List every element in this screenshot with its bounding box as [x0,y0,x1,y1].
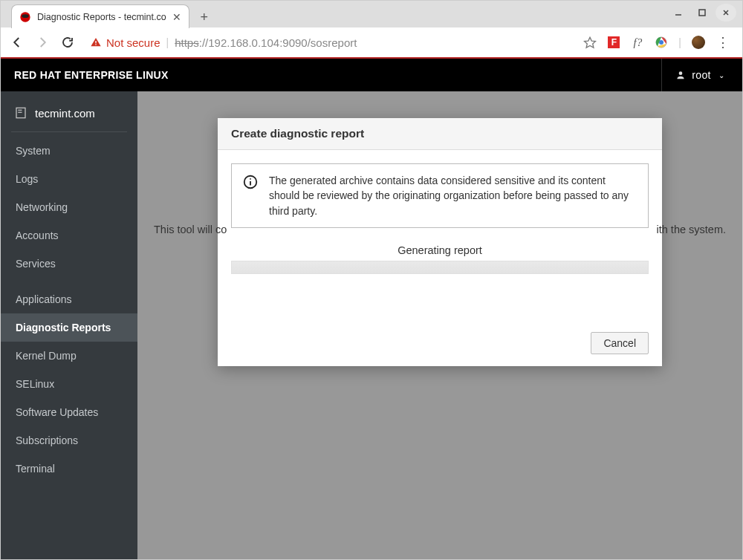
sidebar-item-accounts[interactable]: Accounts [1,221,137,250]
user-menu[interactable]: root ⌄ [661,59,729,91]
sidebar-item-selinux[interactable]: SELinux [1,370,137,398]
progress-bar [231,261,649,274]
server-icon [14,106,27,120]
browser-menu-button[interactable]: ⋮ [716,36,729,49]
extension-flipboard-icon[interactable]: F [607,36,620,49]
not-secure-label: Not secure [106,36,160,49]
window-close-button[interactable] [716,4,736,22]
svg-rect-12 [16,108,25,118]
info-icon [242,174,259,190]
host-label[interactable]: tecmint.com [11,102,127,132]
sidebar-item-diagnostic-reports[interactable]: Diagnostic Reports [1,313,137,342]
sidebar-item-system[interactable]: System [1,137,137,165]
window-controls [668,4,736,22]
browser-chrome: Diagnostic Reports - tecmint.co ✕ + Not … [1,1,742,59]
sidebar-item-terminal[interactable]: Terminal [1,455,137,483]
svg-point-11 [679,71,683,75]
favicon-redhat-icon [19,11,31,23]
extension-colorball-icon[interactable] [655,36,668,49]
main-content: This tool will co ith the system. Create… [137,91,742,559]
sidebar-item-kernel-dump[interactable]: Kernel Dump [1,342,137,370]
reload-button[interactable] [59,33,77,51]
sidebar-item-logs[interactable]: Logs [1,165,137,193]
not-secure-warning[interactable]: Not secure [90,36,160,49]
svg-rect-6 [95,41,96,43]
profile-avatar-icon[interactable] [692,36,705,49]
chevron-down-icon: ⌄ [718,71,724,79]
tab-strip: Diagnostic Reports - tecmint.co ✕ + [1,1,742,27]
svg-point-17 [250,178,251,180]
url-text: https://192.168.0.104:9090/sosreport [175,36,357,49]
user-name: root [692,69,710,81]
host-name: tecmint.com [35,107,95,120]
user-icon [675,70,686,80]
dialog-title: Create diagnostic report [218,118,662,150]
dialog-body: The generated archive contains data cons… [218,150,662,287]
sidebar-item-applications[interactable]: Applications [1,285,137,313]
cancel-button[interactable]: Cancel [591,332,649,354]
browser-toolbar: Not secure | https://192.168.0.104:9090/… [1,27,742,59]
extension-fquestion-icon[interactable]: f? [631,36,644,49]
create-diagnostic-report-dialog: Create diagnostic report The generated a… [218,118,662,366]
bookmark-star-icon[interactable] [583,36,597,49]
info-text: The generated archive contains data cons… [269,173,637,218]
modal-overlay: This tool will co ith the system. Create… [137,91,742,559]
generating-status-label: Generating report [231,244,649,256]
window-maximize-button[interactable] [692,4,713,22]
new-tab-button[interactable]: + [194,7,215,27]
back-button[interactable] [8,33,26,51]
info-alert: The generated archive contains data cons… [231,163,649,228]
svg-rect-3 [699,10,705,16]
tool-description-fragment-left: This tool will co [154,224,227,235]
forward-button[interactable] [33,33,51,51]
brand-title: RED HAT ENTERPRISE LINUX [14,69,169,81]
sidebar-item-subscriptions[interactable]: Subscriptions [1,426,137,455]
window-minimize-button[interactable] [668,4,689,22]
svg-point-1 [22,14,28,18]
app-body: tecmint.com System Logs Networking Accou… [1,91,742,559]
address-bar[interactable]: Not secure | https://192.168.0.104:9090/… [84,36,735,49]
sidebar-item-networking[interactable]: Networking [1,193,137,221]
warning-triangle-icon [90,36,102,48]
sidebar-item-software-updates[interactable]: Software Updates [1,398,137,426]
dialog-footer: Cancel [218,325,662,366]
app-header: RED HAT ENTERPRISE LINUX root ⌄ [1,59,742,91]
sidebar-item-services[interactable]: Services [1,250,137,278]
sidebar: tecmint.com System Logs Networking Accou… [1,91,137,559]
tab-close-icon[interactable]: ✕ [172,12,181,22]
browser-tab[interactable]: Diagnostic Reports - tecmint.co ✕ [11,4,189,28]
tool-description-fragment-right: ith the system. [657,224,726,235]
svg-rect-7 [95,44,96,45]
tab-title: Diagnostic Reports - tecmint.co [37,12,166,22]
svg-marker-8 [585,37,596,48]
